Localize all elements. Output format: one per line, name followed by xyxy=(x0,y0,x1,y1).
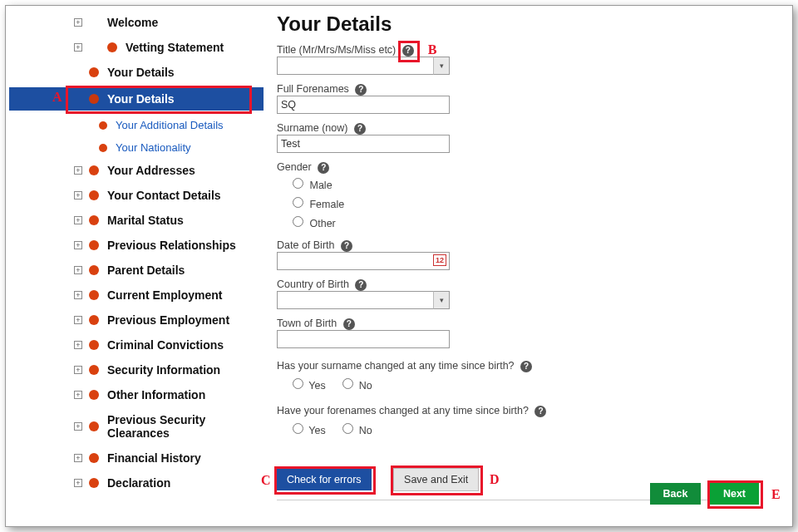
help-icon[interactable]: ? xyxy=(343,318,355,330)
expander-icon[interactable]: + xyxy=(74,422,82,431)
tob-label: Town of Birth ? xyxy=(277,318,759,330)
expander-icon[interactable]: + xyxy=(74,366,82,374)
sidebar-item-label: Other Information xyxy=(107,388,205,401)
gender-other[interactable]: Other xyxy=(288,218,336,229)
surname-changed-yes[interactable]: Yes xyxy=(288,380,326,392)
help-icon[interactable]: ? xyxy=(534,406,546,417)
save-exit-button[interactable]: Save and Exit xyxy=(393,468,479,491)
tob-input[interactable] xyxy=(277,330,450,348)
expander-icon[interactable]: + xyxy=(74,166,82,175)
back-button[interactable]: Back xyxy=(650,483,702,505)
gender-female[interactable]: Female xyxy=(288,199,344,210)
status-dot-icon xyxy=(89,290,99,300)
help-icon[interactable]: ? xyxy=(341,240,352,252)
sidebar-item[interactable]: Financial History xyxy=(9,448,264,468)
status-dot-icon xyxy=(107,42,117,52)
status-dot-icon xyxy=(89,390,99,400)
surname-input[interactable] xyxy=(277,135,450,153)
sidebar-item[interactable]: Parent Details xyxy=(9,260,264,280)
sidebar-item-label: Your Details xyxy=(107,92,175,106)
sidebar-item[interactable]: Current Employment xyxy=(9,285,264,305)
sidebar-item-label: Your Addresses xyxy=(107,164,195,177)
cob-label: Country of Birth ? xyxy=(277,278,759,291)
title-select[interactable] xyxy=(277,57,450,75)
surname-changed-question: Has your surname changed at any time sin… xyxy=(277,360,759,372)
sidebar-item[interactable]: Your Contact Details xyxy=(9,185,264,205)
sidebar-item-label: Security Information xyxy=(107,363,220,377)
sidebar-item-label: Previous Security Clearances xyxy=(107,413,264,440)
calendar-icon[interactable]: 12 xyxy=(433,254,446,266)
status-dot-icon xyxy=(89,315,99,325)
expander-icon[interactable]: + xyxy=(74,341,82,349)
sidebar-item-label: Marital Status xyxy=(107,214,184,227)
forenames-input[interactable] xyxy=(277,96,450,114)
callout-label: E xyxy=(771,487,781,502)
callout-label: D xyxy=(490,472,500,487)
sidebar-item[interactable]: Your Additional Details xyxy=(9,116,264,135)
sidebar-item[interactable]: Security Information xyxy=(9,360,264,380)
sidebar-item[interactable]: Previous Relationships xyxy=(9,235,264,255)
sidebar-item-label: Welcome xyxy=(107,16,158,29)
expander-icon[interactable]: + xyxy=(74,18,82,27)
sidebar-item-label: Your Contact Details xyxy=(107,189,221,202)
sidebar-item[interactable]: Your Nationality xyxy=(9,138,264,157)
sidebar-item-label: Your Additional Details xyxy=(116,119,224,131)
sidebar-item[interactable]: Your Details xyxy=(9,62,264,82)
expander-icon[interactable]: + xyxy=(74,479,82,487)
gender-male[interactable]: Male xyxy=(288,180,332,191)
page-title: Your Details xyxy=(277,12,759,36)
check-errors-button[interactable]: Check for errors xyxy=(277,469,372,490)
sidebar-item[interactable]: Declaration xyxy=(9,473,264,493)
forenames-label: Full Forenames ? xyxy=(277,83,759,96)
surname-changed-no[interactable]: No xyxy=(338,380,372,392)
expander-icon[interactable]: + xyxy=(74,241,82,249)
sidebar-item-label: Parent Details xyxy=(107,264,185,277)
surname-label: Surname (now) ? xyxy=(277,122,759,135)
status-dot-icon xyxy=(89,215,99,225)
dob-label: Date of Birth ? xyxy=(277,239,759,252)
help-icon[interactable]: ? xyxy=(355,84,367,96)
sidebar-item[interactable]: Other Information xyxy=(9,385,264,405)
sidebar-item[interactable]: Marital Status xyxy=(9,210,264,230)
status-dot-icon xyxy=(99,144,107,152)
forenames-changed-yes[interactable]: Yes xyxy=(288,425,326,436)
expander-icon[interactable]: + xyxy=(74,316,82,324)
expander-icon[interactable]: + xyxy=(74,216,82,224)
sidebar-item[interactable]: Previous Employment xyxy=(9,310,264,330)
sidebar-item[interactable]: Welcome xyxy=(9,12,264,32)
callout-label: A xyxy=(52,90,62,105)
expander-icon[interactable]: + xyxy=(74,43,82,52)
cob-select[interactable] xyxy=(277,291,450,309)
sidebar-item-label: Vetting Statement xyxy=(126,41,224,54)
expander-icon[interactable]: + xyxy=(74,266,82,274)
sidebar-item-label: Previous Employment xyxy=(107,313,229,327)
sidebar-item[interactable]: Criminal Convictions xyxy=(9,335,264,355)
sidebar-item[interactable]: Your Details xyxy=(9,87,264,111)
help-icon[interactable]: ? xyxy=(520,361,532,372)
title-label: Title (Mr/Mrs/Ms/Miss etc) ? xyxy=(277,44,759,57)
help-icon[interactable]: ? xyxy=(355,279,367,291)
callout-label: B xyxy=(428,42,437,57)
status-dot-icon xyxy=(89,165,99,175)
help-icon[interactable]: ? xyxy=(354,123,366,135)
dob-input[interactable] xyxy=(277,252,450,270)
help-icon[interactable]: ? xyxy=(318,162,329,174)
forenames-changed-no[interactable]: No xyxy=(338,425,372,436)
expander-icon[interactable]: + xyxy=(74,291,82,299)
sidebar-item-label: Financial History xyxy=(107,451,201,465)
chevron-down-icon[interactable]: ▾ xyxy=(433,291,450,309)
status-dot-icon xyxy=(89,94,99,104)
status-dot-icon xyxy=(89,365,99,375)
expander-icon[interactable]: + xyxy=(74,191,82,200)
sidebar-item[interactable]: Previous Security Clearances xyxy=(9,410,264,443)
next-button[interactable]: Next xyxy=(710,483,759,505)
expander-icon[interactable]: + xyxy=(74,454,82,462)
chevron-down-icon[interactable]: ▾ xyxy=(433,57,450,75)
status-dot-icon xyxy=(89,265,99,275)
expander-icon[interactable]: + xyxy=(74,391,82,399)
help-icon[interactable]: ? xyxy=(402,45,414,57)
forenames-changed-question: Have your forenames changed at any time … xyxy=(277,405,759,417)
sidebar-item[interactable]: Vetting Statement xyxy=(9,37,264,57)
gender-label: Gender ? xyxy=(277,161,759,174)
sidebar-item[interactable]: Your Addresses xyxy=(9,160,264,180)
